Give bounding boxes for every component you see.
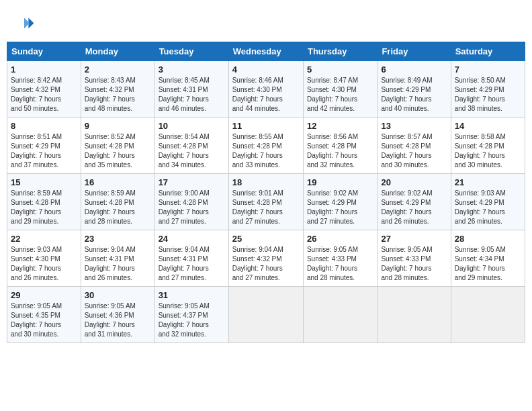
- weekday-header-row: SundayMondayTuesdayWednesdayThursdayFrid…: [7, 42, 525, 61]
- day-info: Sunrise: 9:05 AMSunset: 4:35 PMDaylight:…: [11, 302, 62, 338]
- day-info: Sunrise: 8:57 AMSunset: 4:28 PMDaylight:…: [381, 133, 432, 169]
- day-info: Sunrise: 9:05 AMSunset: 4:37 PMDaylight:…: [159, 302, 210, 338]
- day-number: 29: [11, 290, 77, 300]
- day-cell: 25 Sunrise: 9:04 AMSunset: 4:32 PMDaylig…: [228, 230, 303, 287]
- day-info: Sunrise: 9:05 AMSunset: 4:33 PMDaylight:…: [381, 246, 432, 281]
- day-info: Sunrise: 8:59 AMSunset: 4:28 PMDaylight:…: [85, 189, 136, 225]
- day-cell: 4 Sunrise: 8:46 AMSunset: 4:30 PMDayligh…: [228, 61, 303, 118]
- day-number: 28: [455, 234, 521, 244]
- day-cell: 2 Sunrise: 8:43 AMSunset: 4:32 PMDayligh…: [81, 61, 154, 118]
- day-cell: 13 Sunrise: 8:57 AMSunset: 4:28 PMDaylig…: [378, 118, 451, 174]
- day-cell: 14 Sunrise: 8:58 AMSunset: 4:28 PMDaylig…: [451, 118, 525, 174]
- day-cell: 23 Sunrise: 9:04 AMSunset: 4:31 PMDaylig…: [81, 230, 154, 287]
- logo-icon: [13, 13, 35, 35]
- day-info: Sunrise: 8:59 AMSunset: 4:28 PMDaylight:…: [11, 189, 62, 225]
- day-cell: 8 Sunrise: 8:51 AMSunset: 4:29 PMDayligh…: [7, 118, 81, 174]
- week-row-1: 1 Sunrise: 8:42 AMSunset: 4:32 PMDayligh…: [7, 61, 525, 118]
- day-info: Sunrise: 9:05 AMSunset: 4:36 PMDaylight:…: [85, 302, 136, 338]
- day-number: 8: [11, 121, 77, 131]
- day-cell: 3 Sunrise: 8:45 AMSunset: 4:31 PMDayligh…: [154, 61, 228, 118]
- day-info: Sunrise: 8:58 AMSunset: 4:28 PMDaylight:…: [455, 133, 506, 169]
- day-number: 14: [455, 121, 521, 131]
- weekday-header-wednesday: Wednesday: [228, 42, 303, 61]
- day-number: 22: [11, 234, 77, 244]
- day-number: 15: [11, 177, 77, 187]
- day-cell: 28 Sunrise: 9:05 AMSunset: 4:34 PMDaylig…: [451, 230, 525, 287]
- day-number: 27: [381, 234, 447, 244]
- day-cell: 20 Sunrise: 9:02 AMSunset: 4:29 PMDaylig…: [378, 174, 451, 230]
- day-cell: 5 Sunrise: 8:47 AMSunset: 4:30 PMDayligh…: [303, 61, 377, 118]
- day-number: 30: [85, 290, 151, 300]
- day-cell: 9 Sunrise: 8:52 AMSunset: 4:28 PMDayligh…: [81, 118, 154, 174]
- weekday-header-monday: Monday: [81, 42, 154, 61]
- day-cell: 31 Sunrise: 9:05 AMSunset: 4:37 PMDaylig…: [154, 287, 228, 343]
- day-cell: 11 Sunrise: 8:55 AMSunset: 4:28 PMDaylig…: [228, 118, 303, 174]
- day-number: 11: [232, 121, 300, 131]
- day-number: 5: [307, 64, 373, 75]
- week-row-4: 22 Sunrise: 9:03 AMSunset: 4:30 PMDaylig…: [7, 230, 525, 287]
- week-row-3: 15 Sunrise: 8:59 AMSunset: 4:28 PMDaylig…: [7, 174, 525, 230]
- day-number: 26: [307, 234, 373, 244]
- day-cell: 16 Sunrise: 8:59 AMSunset: 4:28 PMDaylig…: [81, 174, 154, 230]
- logo: [13, 13, 38, 35]
- day-number: 12: [307, 121, 373, 131]
- day-info: Sunrise: 9:02 AMSunset: 4:29 PMDaylight:…: [307, 189, 358, 225]
- day-cell: 6 Sunrise: 8:49 AMSunset: 4:29 PMDayligh…: [378, 61, 451, 118]
- day-info: Sunrise: 9:04 AMSunset: 4:31 PMDaylight:…: [85, 246, 136, 281]
- day-cell: 12 Sunrise: 8:56 AMSunset: 4:28 PMDaylig…: [303, 118, 377, 174]
- day-cell: [451, 287, 525, 343]
- day-number: 10: [159, 121, 225, 131]
- day-info: Sunrise: 8:51 AMSunset: 4:29 PMDaylight:…: [11, 133, 62, 169]
- day-info: Sunrise: 9:01 AMSunset: 4:28 PMDaylight:…: [232, 189, 283, 225]
- day-number: 19: [307, 177, 373, 187]
- day-cell: 29 Sunrise: 9:05 AMSunset: 4:35 PMDaylig…: [7, 287, 81, 343]
- day-number: 18: [232, 177, 300, 187]
- day-cell: 22 Sunrise: 9:03 AMSunset: 4:30 PMDaylig…: [7, 230, 81, 287]
- weekday-header-sunday: Sunday: [7, 42, 81, 61]
- day-number: 1: [11, 64, 77, 75]
- day-info: Sunrise: 8:50 AMSunset: 4:29 PMDaylight:…: [455, 77, 506, 112]
- day-number: 13: [381, 121, 447, 131]
- day-number: 4: [232, 64, 300, 75]
- day-cell: 19 Sunrise: 9:02 AMSunset: 4:29 PMDaylig…: [303, 174, 377, 230]
- week-row-2: 8 Sunrise: 8:51 AMSunset: 4:29 PMDayligh…: [7, 118, 525, 174]
- day-info: Sunrise: 9:04 AMSunset: 4:31 PMDaylight:…: [159, 246, 210, 281]
- day-number: 2: [85, 64, 151, 75]
- day-cell: 26 Sunrise: 9:05 AMSunset: 4:33 PMDaylig…: [303, 230, 377, 287]
- day-info: Sunrise: 9:05 AMSunset: 4:33 PMDaylight:…: [307, 246, 358, 281]
- day-number: 16: [85, 177, 151, 187]
- day-info: Sunrise: 9:05 AMSunset: 4:34 PMDaylight:…: [455, 246, 506, 281]
- page-header: [7, 7, 525, 38]
- weekday-header-tuesday: Tuesday: [154, 42, 228, 61]
- day-number: 25: [232, 234, 300, 244]
- day-cell: 17 Sunrise: 9:00 AMSunset: 4:28 PMDaylig…: [154, 174, 228, 230]
- day-cell: 30 Sunrise: 9:05 AMSunset: 4:36 PMDaylig…: [81, 287, 154, 343]
- day-cell: 27 Sunrise: 9:05 AMSunset: 4:33 PMDaylig…: [378, 230, 451, 287]
- day-info: Sunrise: 8:46 AMSunset: 4:30 PMDaylight:…: [232, 77, 283, 112]
- day-number: 31: [159, 290, 225, 300]
- calendar-table: SundayMondayTuesdayWednesdayThursdayFrid…: [7, 42, 525, 343]
- day-info: Sunrise: 8:54 AMSunset: 4:28 PMDaylight:…: [159, 133, 210, 169]
- day-number: 7: [455, 64, 521, 75]
- day-info: Sunrise: 9:00 AMSunset: 4:28 PMDaylight:…: [159, 189, 210, 225]
- day-number: 6: [381, 64, 447, 75]
- day-number: 23: [85, 234, 151, 244]
- day-info: Sunrise: 8:43 AMSunset: 4:32 PMDaylight:…: [85, 77, 136, 112]
- day-info: Sunrise: 8:45 AMSunset: 4:31 PMDaylight:…: [159, 77, 210, 112]
- weekday-header-friday: Friday: [378, 42, 451, 61]
- day-number: 24: [159, 234, 225, 244]
- day-cell: [303, 287, 377, 343]
- day-info: Sunrise: 8:55 AMSunset: 4:28 PMDaylight:…: [232, 133, 283, 169]
- day-info: Sunrise: 8:52 AMSunset: 4:28 PMDaylight:…: [85, 133, 136, 169]
- day-cell: [228, 287, 303, 343]
- day-info: Sunrise: 9:03 AMSunset: 4:29 PMDaylight:…: [455, 189, 506, 225]
- day-info: Sunrise: 9:03 AMSunset: 4:30 PMDaylight:…: [11, 246, 62, 281]
- day-cell: 21 Sunrise: 9:03 AMSunset: 4:29 PMDaylig…: [451, 174, 525, 230]
- day-cell: [378, 287, 451, 343]
- day-number: 17: [159, 177, 225, 187]
- day-cell: 10 Sunrise: 8:54 AMSunset: 4:28 PMDaylig…: [154, 118, 228, 174]
- day-info: Sunrise: 9:02 AMSunset: 4:29 PMDaylight:…: [381, 189, 432, 225]
- day-cell: 7 Sunrise: 8:50 AMSunset: 4:29 PMDayligh…: [451, 61, 525, 118]
- day-number: 21: [455, 177, 521, 187]
- day-number: 3: [159, 64, 225, 75]
